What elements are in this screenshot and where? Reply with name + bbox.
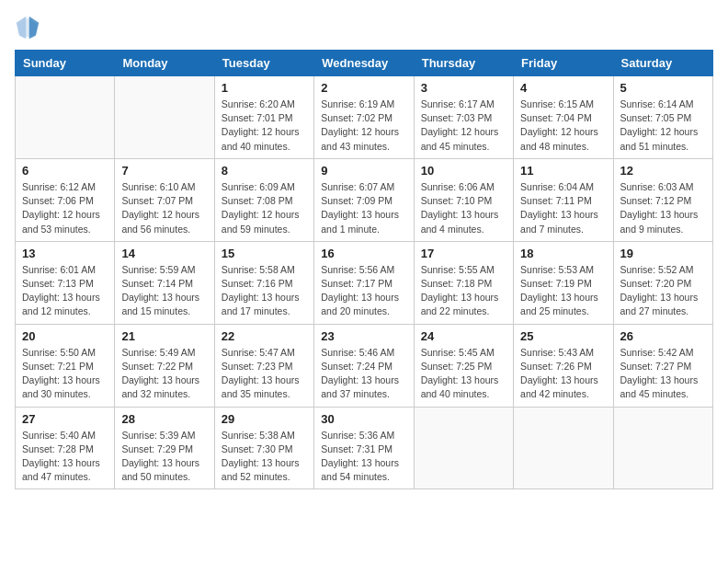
day-number: 28: [121, 412, 207, 426]
day-number: 7: [121, 164, 207, 178]
day-info: Sunrise: 6:14 AMSunset: 7:05 PMDaylight:…: [620, 98, 706, 154]
calendar-cell: 30Sunrise: 5:36 AMSunset: 7:31 PMDayligh…: [314, 407, 414, 489]
logo: [15, 15, 44, 40]
calendar-cell: 28Sunrise: 5:39 AMSunset: 7:29 PMDayligh…: [115, 407, 214, 489]
calendar-cell: 10Sunrise: 6:06 AMSunset: 7:10 PMDayligh…: [414, 158, 513, 241]
calendar-cell: 20Sunrise: 5:50 AMSunset: 7:21 PMDayligh…: [16, 324, 115, 407]
day-info: Sunrise: 6:15 AMSunset: 7:04 PMDaylight:…: [520, 98, 606, 154]
calendar-header-thursday: Thursday: [414, 51, 513, 76]
day-info: Sunrise: 6:04 AMSunset: 7:11 PMDaylight:…: [520, 180, 606, 236]
day-info: Sunrise: 6:07 AMSunset: 7:09 PMDaylight:…: [321, 180, 406, 236]
day-info: Sunrise: 5:59 AMSunset: 7:14 PMDaylight:…: [121, 263, 207, 319]
page-header: [15, 15, 713, 40]
day-number: 24: [421, 329, 506, 343]
calendar-cell: 15Sunrise: 5:58 AMSunset: 7:16 PMDayligh…: [214, 241, 313, 324]
day-number: 9: [321, 164, 406, 178]
day-number: 8: [222, 164, 307, 178]
calendar-cell: 3Sunrise: 6:17 AMSunset: 7:03 PMDaylight…: [414, 76, 513, 159]
day-info: Sunrise: 5:49 AMSunset: 7:22 PMDaylight:…: [121, 346, 207, 402]
day-number: 2: [321, 81, 406, 95]
day-info: Sunrise: 6:17 AMSunset: 7:03 PMDaylight:…: [421, 98, 506, 154]
calendar-cell: 17Sunrise: 5:55 AMSunset: 7:18 PMDayligh…: [414, 241, 513, 324]
day-info: Sunrise: 5:43 AMSunset: 7:26 PMDaylight:…: [520, 346, 606, 402]
day-number: 4: [520, 81, 606, 95]
calendar-cell: 29Sunrise: 5:38 AMSunset: 7:30 PMDayligh…: [214, 407, 313, 489]
day-number: 14: [121, 247, 207, 260]
day-info: Sunrise: 5:45 AMSunset: 7:25 PMDaylight:…: [421, 346, 506, 402]
calendar-header-saturday: Saturday: [613, 51, 712, 76]
day-number: 11: [520, 164, 606, 178]
day-number: 30: [321, 412, 406, 426]
day-info: Sunrise: 5:56 AMSunset: 7:17 PMDaylight:…: [321, 263, 406, 319]
day-info: Sunrise: 5:46 AMSunset: 7:24 PMDaylight:…: [321, 346, 406, 402]
day-info: Sunrise: 5:50 AMSunset: 7:21 PMDaylight:…: [22, 346, 108, 402]
calendar-cell: [115, 76, 214, 159]
calendar-table: SundayMondayTuesdayWednesdayThursdayFrid…: [15, 50, 713, 489]
day-number: 27: [22, 412, 108, 426]
day-info: Sunrise: 5:55 AMSunset: 7:18 PMDaylight:…: [421, 263, 506, 319]
day-number: 17: [421, 247, 506, 260]
day-number: 12: [620, 164, 706, 178]
day-info: Sunrise: 6:06 AMSunset: 7:10 PMDaylight:…: [421, 180, 506, 236]
day-info: Sunrise: 5:53 AMSunset: 7:19 PMDaylight:…: [520, 263, 606, 319]
day-info: Sunrise: 5:52 AMSunset: 7:20 PMDaylight:…: [620, 263, 706, 319]
calendar-cell: 25Sunrise: 5:43 AMSunset: 7:26 PMDayligh…: [514, 324, 613, 407]
day-number: 1: [222, 81, 307, 95]
day-info: Sunrise: 6:01 AMSunset: 7:13 PMDaylight:…: [22, 263, 108, 319]
day-number: 29: [222, 412, 307, 426]
day-number: 20: [22, 329, 108, 343]
logo-icon: [15, 15, 40, 40]
calendar-cell: 14Sunrise: 5:59 AMSunset: 7:14 PMDayligh…: [115, 241, 214, 324]
calendar-cell: 5Sunrise: 6:14 AMSunset: 7:05 PMDaylight…: [613, 76, 712, 159]
calendar-header-wednesday: Wednesday: [314, 51, 414, 76]
calendar-cell: 1Sunrise: 6:20 AMSunset: 7:01 PMDaylight…: [214, 76, 313, 159]
calendar-week-1: 1Sunrise: 6:20 AMSunset: 7:01 PMDaylight…: [16, 76, 713, 159]
day-number: 5: [620, 81, 706, 95]
day-number: 18: [520, 247, 606, 260]
calendar-cell: 19Sunrise: 5:52 AMSunset: 7:20 PMDayligh…: [613, 241, 712, 324]
day-info: Sunrise: 6:09 AMSunset: 7:08 PMDaylight:…: [222, 180, 307, 236]
svg-marker-1: [29, 17, 40, 40]
day-number: 19: [620, 247, 706, 260]
day-number: 10: [421, 164, 506, 178]
calendar-cell: 27Sunrise: 5:40 AMSunset: 7:28 PMDayligh…: [16, 407, 115, 489]
calendar-cell: [16, 76, 115, 159]
calendar-cell: 16Sunrise: 5:56 AMSunset: 7:17 PMDayligh…: [314, 241, 414, 324]
calendar-cell: [514, 407, 613, 489]
day-info: Sunrise: 5:58 AMSunset: 7:16 PMDaylight:…: [222, 263, 307, 319]
calendar-cell: 13Sunrise: 6:01 AMSunset: 7:13 PMDayligh…: [16, 241, 115, 324]
day-info: Sunrise: 6:12 AMSunset: 7:06 PMDaylight:…: [22, 180, 108, 236]
calendar-cell: 26Sunrise: 5:42 AMSunset: 7:27 PMDayligh…: [613, 324, 712, 407]
day-info: Sunrise: 6:03 AMSunset: 7:12 PMDaylight:…: [620, 180, 706, 236]
day-number: 3: [421, 81, 506, 95]
day-number: 6: [22, 164, 108, 178]
calendar-cell: 21Sunrise: 5:49 AMSunset: 7:22 PMDayligh…: [115, 324, 214, 407]
calendar-cell: [414, 407, 513, 489]
calendar-cell: 24Sunrise: 5:45 AMSunset: 7:25 PMDayligh…: [414, 324, 513, 407]
calendar-week-3: 13Sunrise: 6:01 AMSunset: 7:13 PMDayligh…: [16, 241, 713, 324]
calendar-header-friday: Friday: [514, 51, 613, 76]
calendar-cell: 23Sunrise: 5:46 AMSunset: 7:24 PMDayligh…: [314, 324, 414, 407]
day-info: Sunrise: 5:42 AMSunset: 7:27 PMDaylight:…: [620, 346, 706, 402]
calendar-cell: 18Sunrise: 5:53 AMSunset: 7:19 PMDayligh…: [514, 241, 613, 324]
day-number: 26: [620, 329, 706, 343]
calendar-week-4: 20Sunrise: 5:50 AMSunset: 7:21 PMDayligh…: [16, 324, 713, 407]
day-info: Sunrise: 5:47 AMSunset: 7:23 PMDaylight:…: [222, 346, 307, 402]
calendar-header-monday: Monday: [115, 51, 214, 76]
day-info: Sunrise: 5:40 AMSunset: 7:28 PMDaylight:…: [22, 429, 108, 485]
calendar-cell: [613, 407, 712, 489]
calendar-cell: 12Sunrise: 6:03 AMSunset: 7:12 PMDayligh…: [613, 158, 712, 241]
day-number: 25: [520, 329, 606, 343]
calendar-cell: 7Sunrise: 6:10 AMSunset: 7:07 PMDaylight…: [115, 158, 214, 241]
day-number: 15: [222, 247, 307, 260]
calendar-week-5: 27Sunrise: 5:40 AMSunset: 7:28 PMDayligh…: [16, 407, 713, 489]
calendar-header-row: SundayMondayTuesdayWednesdayThursdayFrid…: [16, 51, 713, 76]
day-number: 21: [121, 329, 207, 343]
calendar-cell: 4Sunrise: 6:15 AMSunset: 7:04 PMDaylight…: [514, 76, 613, 159]
calendar-cell: 2Sunrise: 6:19 AMSunset: 7:02 PMDaylight…: [314, 76, 414, 159]
svg-marker-2: [17, 17, 27, 40]
day-number: 22: [222, 329, 307, 343]
calendar-header-sunday: Sunday: [16, 51, 115, 76]
calendar-header-tuesday: Tuesday: [214, 51, 313, 76]
day-info: Sunrise: 5:39 AMSunset: 7:29 PMDaylight:…: [121, 429, 207, 485]
